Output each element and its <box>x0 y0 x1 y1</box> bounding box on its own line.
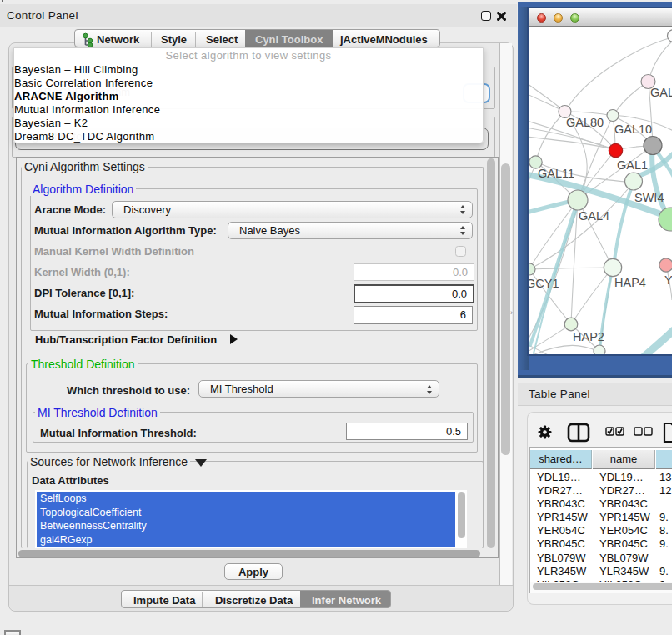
svg-text:GAL4: GAL4 <box>579 209 609 222</box>
svg-text:SWI4: SWI4 <box>634 191 664 204</box>
svg-text:HAP2: HAP2 <box>573 330 604 343</box>
svg-text:GCY1: GCY1 <box>529 277 559 290</box>
svg-text:GAL7: GAL7 <box>650 86 672 99</box>
svg-text:HAP4: HAP4 <box>614 276 646 289</box>
svg-text:GAL11: GAL11 <box>538 167 574 180</box>
svg-text:Y: Y <box>664 273 672 287</box>
svg-text:GAL80: GAL80 <box>566 116 604 129</box>
svg-text:GAL10: GAL10 <box>614 122 652 136</box>
svg-text:GAL1: GAL1 <box>617 158 648 172</box>
